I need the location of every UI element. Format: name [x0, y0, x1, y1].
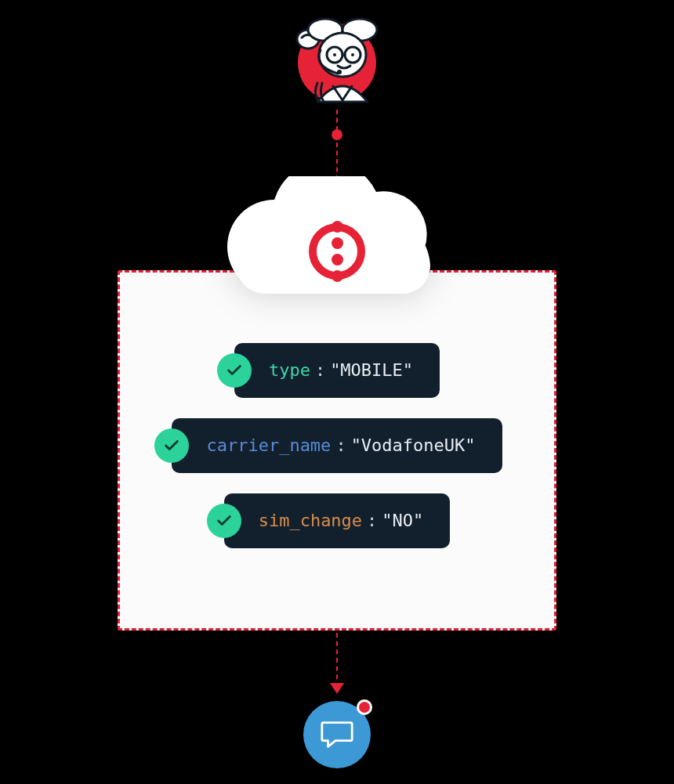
result-row-sim-change: sim_change: "NO" — [224, 493, 451, 548]
chat-node — [303, 701, 371, 768]
svg-point-7 — [333, 53, 336, 56]
code-key: type — [269, 362, 310, 379]
logo-dot — [332, 221, 343, 233]
code-value: "VodafoneUK" — [351, 437, 476, 454]
code-pill: sim_change: "NO" — [224, 493, 451, 548]
code-pill: carrier_name: "VodafoneUK" — [172, 418, 502, 473]
svg-point-9 — [337, 70, 342, 74]
code-key: carrier_name — [206, 437, 331, 454]
agent-avatar — [286, 8, 388, 110]
code-colon: : — [367, 512, 377, 529]
check-icon — [217, 353, 252, 388]
twilio-logo-icon — [309, 223, 365, 280]
connector-bottom-line — [336, 633, 338, 688]
lookup-result-panel: type: "MOBILE" carrier_name: "VodafoneUK… — [118, 270, 556, 630]
diagram-canvas: type: "MOBILE" carrier_name: "VodafoneUK… — [0, 0, 674, 784]
connector-top-dot — [332, 129, 342, 140]
agent-avatar-illustration — [286, 8, 388, 110]
code-key: sim_change — [259, 512, 362, 529]
logo-dot — [332, 237, 343, 249]
check-icon — [207, 504, 241, 538]
result-row-type: type: "MOBILE" — [234, 343, 440, 398]
logo-dot — [332, 254, 343, 266]
check-icon — [154, 428, 189, 463]
connector-top-line — [336, 110, 338, 180]
notification-dot-icon — [357, 699, 372, 715]
result-row-carrier: carrier_name: "VodafoneUK" — [172, 418, 502, 473]
cloud-node — [212, 176, 462, 317]
code-value: "NO" — [382, 512, 423, 529]
code-pill: type: "MOBILE" — [234, 343, 440, 398]
code-colon: : — [315, 362, 325, 379]
code-value: "MOBILE" — [330, 362, 413, 379]
code-colon: : — [335, 437, 346, 454]
svg-point-8 — [351, 53, 354, 56]
arrow-down-icon — [330, 683, 344, 694]
logo-dot — [332, 270, 343, 282]
chat-bubble-icon — [319, 717, 355, 753]
